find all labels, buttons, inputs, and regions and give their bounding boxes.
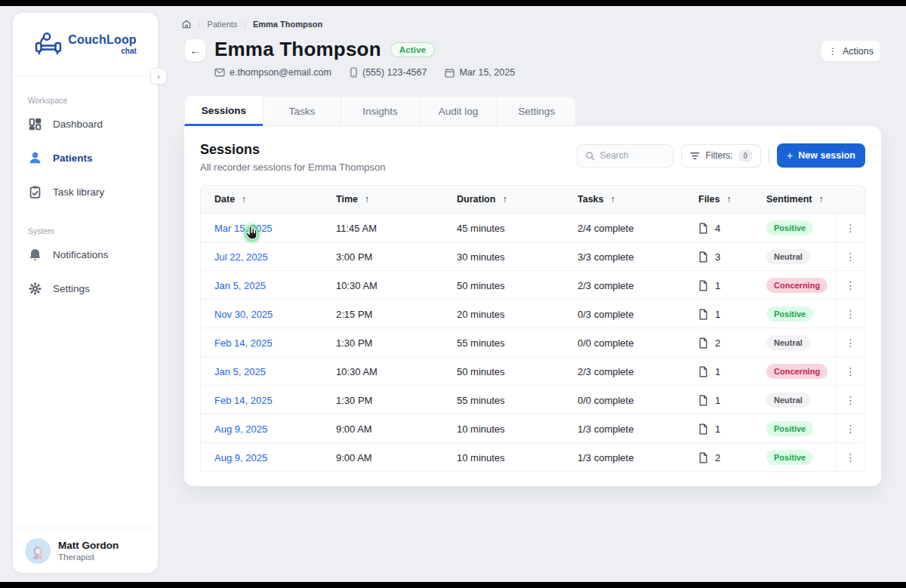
column-header-files[interactable]: Files ↑ <box>686 194 754 205</box>
session-date-link[interactable]: Mar 15, 2025 <box>214 223 273 234</box>
calendar-icon <box>445 68 455 78</box>
row-menu-button[interactable]: ⋮ <box>836 357 864 386</box>
tab-audit-log[interactable]: Audit log <box>419 96 498 126</box>
table-row[interactable]: Feb 14, 2025 1:30 PM 55 minutes 0/0 comp… <box>201 328 864 357</box>
table-row[interactable]: Mar 15, 2025 11:45 AM 45 minutes 2/4 com… <box>201 214 864 242</box>
session-time: 2:15 PM <box>324 309 445 320</box>
session-tasks: 2/3 complete <box>565 366 686 377</box>
file-icon <box>698 337 708 349</box>
row-menu-button[interactable]: ⋮ <box>836 271 864 300</box>
table-header-row: Date ↑ Time ↑ Duration ↑ Tasks ↑ Files <box>200 185 865 214</box>
file-icon <box>698 452 708 463</box>
session-duration: 55 minutes <box>445 337 565 349</box>
sentiment-badge: Positive <box>766 450 813 465</box>
table-row[interactable]: Jan 5, 2025 10:30 AM 50 minutes 2/3 comp… <box>201 357 864 386</box>
sort-asc-icon: ↑ <box>611 194 615 205</box>
sidebar-item-patients[interactable]: Patients <box>28 151 143 165</box>
panel-subtitle: All recorder sessions for Emma Thompson <box>200 162 385 173</box>
table-row[interactable]: Jan 5, 2025 10:30 AM 50 minutes 2/3 comp… <box>201 271 864 300</box>
session-time: 9:00 AM <box>324 452 445 463</box>
row-menu-button[interactable]: ⋮ <box>836 414 864 443</box>
session-tasks: 0/0 complete <box>565 395 686 406</box>
table-row[interactable]: Aug 9, 2025 9:00 AM 10 minutes 1/3 compl… <box>201 414 864 443</box>
new-session-button[interactable]: + New session <box>777 143 865 168</box>
search-input[interactable] <box>600 150 661 161</box>
column-header-duration[interactable]: Duration ↑ <box>445 194 565 205</box>
row-menu-button[interactable]: ⋮ <box>836 386 864 414</box>
session-file-count: 1 <box>715 423 720 435</box>
session-date-link[interactable]: Feb 14, 2025 <box>214 395 273 406</box>
filters-button[interactable]: Filters: 0 <box>681 144 762 168</box>
session-date-link[interactable]: Jan 5, 2025 <box>214 366 266 377</box>
table-row[interactable]: Jul 22, 2025 3:00 PM 30 minutes 3/3 comp… <box>201 242 864 271</box>
table-row[interactable]: Feb 14, 2025 1:30 PM 55 minutes 0/0 comp… <box>201 386 864 414</box>
sentiment-badge: Positive <box>766 306 813 322</box>
session-time: 10:30 AM <box>324 280 445 291</box>
tab-insights[interactable]: Insights <box>341 96 420 126</box>
kebab-icon: ⋮ <box>846 365 856 377</box>
row-menu-button[interactable]: ⋮ <box>836 214 864 242</box>
table-row[interactable]: Aug 9, 2025 9:00 AM 10 minutes 1/3 compl… <box>201 443 864 472</box>
back-button[interactable]: ← <box>184 38 206 62</box>
sentiment-badge: Neutral <box>766 335 810 350</box>
session-date-link[interactable]: Aug 9, 2025 <box>214 452 267 463</box>
column-header-date[interactable]: Date ↑ <box>201 194 324 205</box>
file-icon <box>698 366 708 377</box>
column-header-tasks[interactable]: Tasks ↑ <box>565 194 686 205</box>
sentiment-badge: Concerning <box>766 278 827 293</box>
envelope-icon <box>214 68 225 77</box>
phone-icon <box>350 67 358 78</box>
session-time: 11:45 AM <box>324 223 445 234</box>
kebab-icon: ⋮ <box>828 46 837 57</box>
session-date-link[interactable]: Jan 5, 2025 <box>214 280 266 291</box>
table-body: Mar 15, 2025 11:45 AM 45 minutes 2/4 com… <box>200 214 865 472</box>
plus-icon: + <box>787 149 793 162</box>
sidebar-item-task-library[interactable]: Task library <box>28 185 143 199</box>
session-file-count: 1 <box>715 280 720 291</box>
patient-date: Mar 15, 2025 <box>459 67 515 78</box>
session-time: 1:30 PM <box>324 395 445 406</box>
actions-button[interactable]: ⋮ Actions <box>821 40 881 62</box>
breadcrumb-separator: | <box>199 20 201 29</box>
session-duration: 10 minutes <box>445 452 565 463</box>
breadcrumb-current: Emma Thompson <box>253 20 322 29</box>
sentiment-badge: Neutral <box>766 249 810 264</box>
sort-asc-icon: ↑ <box>365 194 369 205</box>
row-menu-button[interactable]: ⋮ <box>836 300 864 328</box>
kebab-icon: ⋮ <box>846 279 856 291</box>
kebab-icon: ⋮ <box>846 423 856 435</box>
tab-settings[interactable]: Settings <box>497 96 576 126</box>
sort-asc-icon: ↑ <box>818 194 823 205</box>
session-time: 9:00 AM <box>324 423 445 435</box>
sidebar-item-notifications[interactable]: Notifications <box>28 248 143 262</box>
breadcrumb-link-patients[interactable]: Patients <box>208 20 238 29</box>
session-time: 10:30 AM <box>324 366 445 377</box>
row-menu-button[interactable]: ⋮ <box>836 242 864 271</box>
session-date-link[interactable]: Aug 9, 2025 <box>214 423 267 435</box>
task-library-icon <box>28 185 42 199</box>
home-icon[interactable] <box>181 19 192 29</box>
sidebar-item-dashboard[interactable]: Dashboard <box>28 117 143 131</box>
tab-tasks[interactable]: Tasks <box>263 96 342 126</box>
session-date-link[interactable]: Jul 22, 2025 <box>214 251 268 263</box>
session-date-link[interactable]: Nov 30, 2025 <box>214 309 273 320</box>
session-date-link[interactable]: Feb 14, 2025 <box>214 337 273 349</box>
search-box[interactable] <box>577 144 673 168</box>
session-duration: 45 minutes <box>445 223 565 234</box>
sidebar-item-label: Task library <box>53 186 104 198</box>
column-header-sentiment[interactable]: Sentiment ↑ <box>754 194 836 205</box>
row-menu-button[interactable]: ⋮ <box>836 328 864 357</box>
user-profile[interactable]: Matt Gordon Therapist <box>13 528 158 573</box>
tab-sessions[interactable]: Sessions <box>184 96 263 126</box>
session-tasks: 0/0 complete <box>565 337 686 349</box>
kebab-icon: ⋮ <box>846 308 856 320</box>
column-header-time[interactable]: Time ↑ <box>324 194 445 205</box>
sidebar-collapse-button[interactable]: ‹ <box>150 68 167 85</box>
sidebar-item-settings[interactable]: Settings <box>28 282 143 296</box>
row-menu-button[interactable]: ⋮ <box>836 443 864 472</box>
session-duration: 55 minutes <box>445 395 565 406</box>
chevron-left-icon: ‹ <box>157 72 160 81</box>
table-row[interactable]: Nov 30, 2025 2:15 PM 20 minutes 0/3 comp… <box>201 300 864 328</box>
session-tasks: 1/3 complete <box>565 423 686 435</box>
user-role: Therapist <box>58 553 119 562</box>
